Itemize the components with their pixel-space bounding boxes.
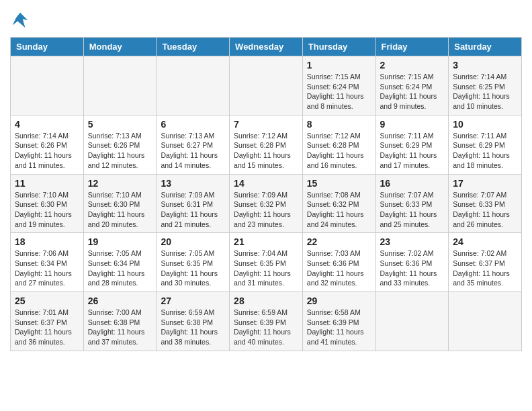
- day-number: 19: [88, 236, 152, 247]
- day-info: Sunrise: 7:09 AMSunset: 6:32 PMDaylight:…: [234, 190, 298, 230]
- calendar-cell: [230, 56, 303, 116]
- day-number: 6: [161, 119, 225, 130]
- day-info: Sunrise: 7:11 AMSunset: 6:29 PMDaylight:…: [380, 131, 445, 171]
- calendar-cell: 8Sunrise: 7:12 AMSunset: 6:28 PMDaylight…: [302, 115, 375, 174]
- day-number: 1: [307, 60, 371, 71]
- day-number: 22: [307, 236, 371, 247]
- day-number: 21: [234, 236, 298, 247]
- calendar-cell: 10Sunrise: 7:11 AMSunset: 6:29 PMDayligh…: [449, 115, 522, 174]
- calendar-cell: 21Sunrise: 7:04 AMSunset: 6:35 PMDayligh…: [230, 233, 303, 292]
- calendar-cell: [449, 292, 522, 351]
- calendar-header: SundayMondayTuesdayWednesdayThursdayFrid…: [11, 38, 522, 56]
- day-info: Sunrise: 7:05 AMSunset: 6:34 PMDaylight:…: [88, 248, 152, 288]
- calendar-cell: 2Sunrise: 7:15 AMSunset: 6:24 PMDaylight…: [375, 56, 449, 116]
- day-info: Sunrise: 6:59 AMSunset: 6:38 PMDaylight:…: [161, 308, 225, 347]
- calendar-cell: 6Sunrise: 7:13 AMSunset: 6:27 PMDaylight…: [157, 115, 230, 174]
- calendar-cell: [157, 56, 230, 116]
- calendar-cell: 24Sunrise: 7:02 AMSunset: 6:37 PMDayligh…: [449, 233, 522, 292]
- calendar-week-3: 11Sunrise: 7:10 AMSunset: 6:30 PMDayligh…: [11, 174, 522, 233]
- calendar-week-1: 1Sunrise: 7:15 AMSunset: 6:24 PMDaylight…: [11, 56, 522, 116]
- calendar-cell: 17Sunrise: 7:07 AMSunset: 6:33 PMDayligh…: [449, 174, 522, 233]
- day-info: Sunrise: 7:06 AMSunset: 6:34 PMDaylight:…: [15, 248, 79, 288]
- calendar-cell: 19Sunrise: 7:05 AMSunset: 6:34 PMDayligh…: [83, 233, 157, 292]
- day-number: 13: [161, 178, 225, 189]
- calendar-cell: 7Sunrise: 7:12 AMSunset: 6:28 PMDaylight…: [230, 115, 303, 174]
- day-number: 24: [453, 236, 517, 247]
- calendar-cell: 26Sunrise: 7:00 AMSunset: 6:38 PMDayligh…: [83, 292, 157, 351]
- day-info: Sunrise: 6:59 AMSunset: 6:39 PMDaylight:…: [234, 308, 298, 347]
- weekday-header-wednesday: Wednesday: [230, 38, 303, 56]
- day-number: 27: [161, 295, 225, 306]
- calendar-cell: 3Sunrise: 7:14 AMSunset: 6:25 PMDaylight…: [449, 56, 522, 116]
- day-info: Sunrise: 6:58 AMSunset: 6:39 PMDaylight:…: [307, 308, 371, 347]
- calendar-table: SundayMondayTuesdayWednesdayThursdayFrid…: [10, 37, 522, 351]
- calendar-cell: 18Sunrise: 7:06 AMSunset: 6:34 PMDayligh…: [11, 233, 84, 292]
- logo-icon: [10, 10, 30, 30]
- day-info: Sunrise: 7:05 AMSunset: 6:35 PMDaylight:…: [161, 248, 225, 288]
- page-header: [10, 10, 522, 30]
- day-number: 10: [453, 119, 517, 130]
- day-info: Sunrise: 7:10 AMSunset: 6:30 PMDaylight:…: [15, 190, 79, 230]
- day-info: Sunrise: 7:03 AMSunset: 6:36 PMDaylight:…: [307, 248, 371, 288]
- day-info: Sunrise: 7:09 AMSunset: 6:31 PMDaylight:…: [161, 190, 225, 230]
- day-number: 25: [15, 295, 79, 306]
- weekday-header-saturday: Saturday: [449, 38, 522, 56]
- day-number: 4: [15, 119, 79, 130]
- day-number: 18: [15, 236, 79, 247]
- calendar-cell: 27Sunrise: 6:59 AMSunset: 6:38 PMDayligh…: [157, 292, 230, 351]
- calendar-cell: 29Sunrise: 6:58 AMSunset: 6:39 PMDayligh…: [302, 292, 375, 351]
- day-number: 29: [307, 295, 371, 306]
- day-number: 15: [307, 178, 371, 189]
- day-info: Sunrise: 7:14 AMSunset: 6:26 PMDaylight:…: [15, 131, 79, 171]
- day-number: 14: [234, 178, 298, 189]
- day-number: 16: [380, 178, 445, 189]
- calendar-cell: 22Sunrise: 7:03 AMSunset: 6:36 PMDayligh…: [302, 233, 375, 292]
- calendar-cell: 12Sunrise: 7:10 AMSunset: 6:30 PMDayligh…: [83, 174, 157, 233]
- day-number: 9: [380, 119, 445, 130]
- calendar-cell: 15Sunrise: 7:08 AMSunset: 6:32 PMDayligh…: [302, 174, 375, 233]
- calendar-cell: 5Sunrise: 7:13 AMSunset: 6:26 PMDaylight…: [83, 115, 157, 174]
- calendar-week-2: 4Sunrise: 7:14 AMSunset: 6:26 PMDaylight…: [11, 115, 522, 174]
- day-number: 8: [307, 119, 371, 130]
- day-number: 17: [453, 178, 517, 189]
- day-info: Sunrise: 7:12 AMSunset: 6:28 PMDaylight:…: [307, 131, 371, 171]
- day-info: Sunrise: 7:02 AMSunset: 6:37 PMDaylight:…: [453, 248, 517, 288]
- calendar-body: 1Sunrise: 7:15 AMSunset: 6:24 PMDaylight…: [11, 56, 522, 351]
- day-info: Sunrise: 7:15 AMSunset: 6:24 PMDaylight:…: [307, 72, 371, 111]
- day-number: 26: [88, 295, 152, 306]
- calendar-cell: [83, 56, 157, 116]
- day-info: Sunrise: 7:04 AMSunset: 6:35 PMDaylight:…: [234, 248, 298, 288]
- day-number: 28: [234, 295, 298, 306]
- calendar-cell: 28Sunrise: 6:59 AMSunset: 6:39 PMDayligh…: [230, 292, 303, 351]
- calendar-week-5: 25Sunrise: 7:01 AMSunset: 6:37 PMDayligh…: [11, 292, 522, 351]
- day-number: 12: [88, 178, 152, 189]
- weekday-header-monday: Monday: [83, 38, 157, 56]
- weekday-header-thursday: Thursday: [302, 38, 375, 56]
- calendar-cell: 11Sunrise: 7:10 AMSunset: 6:30 PMDayligh…: [11, 174, 84, 233]
- day-info: Sunrise: 7:13 AMSunset: 6:26 PMDaylight:…: [88, 131, 152, 171]
- day-info: Sunrise: 7:12 AMSunset: 6:28 PMDaylight:…: [234, 131, 298, 171]
- day-number: 11: [15, 178, 79, 189]
- weekday-header-sunday: Sunday: [11, 38, 84, 56]
- day-info: Sunrise: 7:02 AMSunset: 6:36 PMDaylight:…: [380, 248, 445, 288]
- svg-marker-0: [13, 13, 28, 28]
- calendar-cell: 13Sunrise: 7:09 AMSunset: 6:31 PMDayligh…: [157, 174, 230, 233]
- day-info: Sunrise: 7:10 AMSunset: 6:30 PMDaylight:…: [88, 190, 152, 230]
- day-number: 20: [161, 236, 225, 247]
- day-info: Sunrise: 7:11 AMSunset: 6:29 PMDaylight:…: [453, 131, 517, 171]
- day-number: 2: [380, 60, 445, 71]
- day-info: Sunrise: 7:01 AMSunset: 6:37 PMDaylight:…: [15, 308, 79, 347]
- calendar-cell: 1Sunrise: 7:15 AMSunset: 6:24 PMDaylight…: [302, 56, 375, 116]
- day-number: 3: [453, 60, 517, 71]
- day-number: 5: [88, 119, 152, 130]
- calendar-cell: 23Sunrise: 7:02 AMSunset: 6:36 PMDayligh…: [375, 233, 449, 292]
- calendar-week-4: 18Sunrise: 7:06 AMSunset: 6:34 PMDayligh…: [11, 233, 522, 292]
- day-info: Sunrise: 7:15 AMSunset: 6:24 PMDaylight:…: [380, 72, 445, 111]
- calendar-cell: [375, 292, 449, 351]
- day-info: Sunrise: 7:00 AMSunset: 6:38 PMDaylight:…: [88, 308, 152, 347]
- weekday-header-tuesday: Tuesday: [157, 38, 230, 56]
- day-info: Sunrise: 7:13 AMSunset: 6:27 PMDaylight:…: [161, 131, 225, 171]
- day-info: Sunrise: 7:07 AMSunset: 6:33 PMDaylight:…: [453, 190, 517, 230]
- calendar-cell: 14Sunrise: 7:09 AMSunset: 6:32 PMDayligh…: [230, 174, 303, 233]
- calendar-cell: 4Sunrise: 7:14 AMSunset: 6:26 PMDaylight…: [11, 115, 84, 174]
